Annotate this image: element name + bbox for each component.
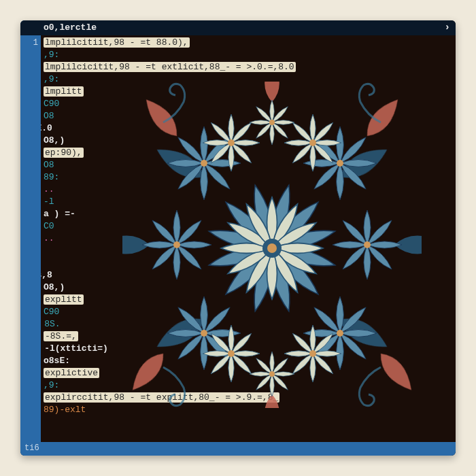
code-token: O8	[44, 160, 54, 170]
code-token: C0	[44, 221, 54, 231]
line-gutter: 1	[20, 20, 41, 456]
code-token: ..	[44, 233, 54, 243]
statusbar: ti6	[20, 442, 456, 456]
code-token: lmplilcicitit,98 - =t extlicit,88_- = >.…	[44, 62, 296, 72]
code-token: lmplitt	[44, 86, 84, 97]
code-token: O8	[44, 111, 54, 121]
code-token: 89:	[44, 172, 59, 182]
code-token: ,9:	[44, 74, 59, 84]
editor-window: o0,lerctle › 1 lmplilcitiit,98 - =t 88.0…	[20, 20, 456, 456]
code-token: -l	[44, 197, 54, 207]
code-token: 89)-exlt	[44, 405, 86, 415]
label-token: takE.0	[41, 123, 52, 133]
code-area[interactable]: lmplilcitiit,98 - =t 88.0), ,9: lmplilci…	[41, 20, 456, 456]
code-token: ,9:	[44, 50, 59, 60]
code-token: explictive	[44, 368, 99, 378]
code-token: C90	[44, 99, 59, 109]
code-token: C90	[44, 307, 59, 317]
code-token: a ) =-	[44, 209, 75, 219]
label-token: trEs,8	[41, 270, 52, 280]
code-token: O8,)	[44, 282, 65, 292]
code-token: explirccitit,98 - =t explitt,80_- = >.9.…	[44, 392, 279, 403]
chevron-right-icon[interactable]: ›	[445, 22, 450, 33]
code-token: O8,)	[44, 135, 65, 146]
title-text: o0,lerctle	[44, 22, 97, 33]
status-text: ti6	[24, 443, 39, 453]
code-token: o8sE:	[44, 356, 70, 366]
code-token: -8S.=,	[44, 331, 78, 341]
code-token: ,9:	[44, 380, 59, 390]
code-token: lmplilcitiit,98 - =t 88.0),	[44, 37, 190, 48]
titlebar: o0,lerctle ›	[20, 20, 456, 35]
code-token: ..	[44, 184, 54, 194]
code-token: ep:90),	[44, 148, 84, 158]
code-token: explitt	[44, 294, 84, 305]
